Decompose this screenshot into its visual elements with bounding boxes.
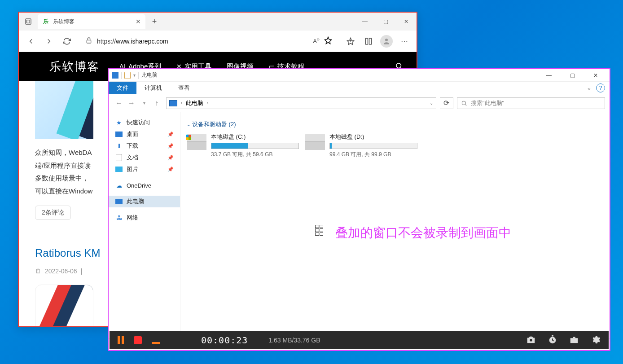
- browser-tab[interactable]: 乐 乐软博客 ✕: [38, 14, 145, 29]
- sidebar-network[interactable]: 🖧网络: [109, 212, 180, 224]
- collections-icon[interactable]: [361, 34, 376, 49]
- group-header[interactable]: ⌄设备和驱动器 (2): [187, 120, 603, 128]
- pin-icon: 📌: [167, 132, 174, 137]
- drive-label: 本地磁盘 (D:): [329, 133, 417, 141]
- search-box[interactable]: 搜索"此电脑": [457, 97, 605, 109]
- close-button[interactable]: ✕: [585, 70, 606, 81]
- favicon-icon: 乐: [42, 18, 49, 25]
- close-tab-icon[interactable]: ✕: [136, 18, 141, 25]
- minimize-recorder-button[interactable]: [152, 342, 160, 344]
- pause-button[interactable]: [118, 336, 124, 344]
- menu-button[interactable]: ⋯: [397, 34, 412, 49]
- article-thumbnail[interactable]: [35, 81, 93, 139]
- minimize-button[interactable]: —: [355, 14, 375, 29]
- svg-rect-14: [573, 337, 575, 338]
- ribbon-computer-tab[interactable]: 计算机: [136, 82, 170, 94]
- svg-rect-2: [87, 40, 91, 43]
- path-dropdown-icon[interactable]: ⌄: [430, 101, 433, 105]
- sidebar: ★快速访问 桌面📌 ⬇下载📌 文档📌 图片📌 ☁OneDrive 此电脑 🖧网络: [109, 112, 180, 338]
- url-text: https://www.isharepc.com: [97, 38, 168, 45]
- drive-icon: [187, 134, 206, 150]
- maximize-button[interactable]: ▢: [562, 70, 583, 81]
- new-tab-button[interactable]: +: [148, 15, 161, 28]
- favorites-icon[interactable]: [324, 36, 332, 46]
- sidebar-pictures[interactable]: 图片📌: [109, 163, 180, 175]
- explorer-window: ▾ 此电脑 — ▢ ✕ 文件 计算机 查看 ⌄ ? ← → ▾ ↑ › 此电脑 …: [108, 68, 610, 351]
- screenshot-icon[interactable]: [526, 335, 536, 346]
- address-bar[interactable]: https://www.isharepc.com A»: [80, 34, 338, 49]
- drive-usage-bar: [329, 143, 417, 149]
- settings-icon[interactable]: [591, 335, 601, 346]
- drive-c[interactable]: 本地磁盘 (C:) 33.7 GB 可用, 共 59.6 GB: [187, 133, 299, 158]
- qat-dropdown-icon[interactable]: ▾: [133, 73, 136, 78]
- explorer-body: ★快速访问 桌面📌 ⬇下载📌 文档📌 图片📌 ☁OneDrive 此电脑 🖧网络…: [109, 112, 610, 338]
- svg-rect-13: [570, 338, 578, 343]
- comment-count-button[interactable]: 2条评论: [35, 206, 71, 220]
- svg-rect-1: [27, 20, 30, 23]
- sidebar-downloads[interactable]: ⬇下载📌: [109, 140, 180, 152]
- drive-usage-bar: [211, 143, 299, 149]
- path-box[interactable]: › 此电脑 › ⌄: [166, 97, 436, 109]
- article-thumbnail-2[interactable]: [35, 285, 93, 326]
- sidebar-this-pc[interactable]: 此电脑: [109, 196, 180, 207]
- path-segment[interactable]: 此电脑: [186, 99, 203, 107]
- close-button[interactable]: ✕: [396, 14, 417, 29]
- minimize-button[interactable]: —: [539, 70, 559, 81]
- site-info-icon[interactable]: [85, 37, 92, 46]
- ribbon-file-tab[interactable]: 文件: [109, 82, 136, 94]
- up-button[interactable]: ↑: [151, 97, 162, 109]
- svg-rect-6: [369, 38, 372, 44]
- sidebar-documents[interactable]: 文档📌: [109, 152, 180, 163]
- pc-icon: [169, 100, 177, 106]
- annotation-text: 叠加的窗口不会被录制到画面中: [335, 224, 511, 241]
- workspaces-icon[interactable]: [22, 15, 35, 28]
- sidebar-desktop[interactable]: 桌面📌: [109, 128, 180, 140]
- refresh-button[interactable]: [59, 34, 75, 49]
- reader-mode-icon[interactable]: A»: [313, 36, 320, 46]
- pin-icon: 📌: [167, 155, 174, 161]
- favorites-bar-icon[interactable]: [343, 34, 358, 49]
- drive-icon: [305, 134, 325, 150]
- recent-dropdown-icon[interactable]: ▾: [138, 97, 150, 109]
- help-icon[interactable]: ?: [596, 83, 605, 92]
- profile-button[interactable]: [379, 34, 394, 49]
- drive-label: 本地磁盘 (C:): [211, 133, 299, 141]
- svg-rect-12: [552, 335, 553, 336]
- timer-icon[interactable]: [548, 335, 557, 346]
- ribbon-view-tab[interactable]: 查看: [170, 82, 198, 94]
- forward-button[interactable]: [41, 34, 57, 49]
- stop-button[interactable]: [134, 336, 142, 344]
- svg-point-10: [530, 339, 532, 342]
- main-pane: ⌄设备和驱动器 (2) 本地磁盘 (C:) 33.7 GB 可用, 共 59.6…: [180, 112, 610, 338]
- drive-stats: 99.4 GB 可用, 共 99.9 GB: [329, 151, 417, 158]
- sidebar-onedrive[interactable]: ☁OneDrive: [109, 180, 180, 191]
- toolbox-icon[interactable]: [569, 335, 579, 346]
- back-button[interactable]: ←: [113, 97, 125, 109]
- ribbon-expand-icon[interactable]: ⌄: [587, 84, 592, 91]
- drive-d[interactable]: 本地磁盘 (D:) 99.4 GB 可用, 共 99.9 GB: [305, 133, 417, 158]
- search-placeholder: 搜索"此电脑": [471, 99, 504, 107]
- forward-button[interactable]: →: [126, 97, 137, 109]
- article-date: 2022-06-06: [45, 268, 77, 275]
- thispc-icon: [112, 72, 118, 79]
- recorder-bar: 00:00:23 1.63 MB/33.76 GB: [110, 331, 609, 349]
- tab-title: 乐软博客: [53, 18, 75, 26]
- sidebar-quick-access[interactable]: ★快速访问: [109, 117, 180, 128]
- annotation-marker-icon: [315, 225, 323, 236]
- window-controls: — ▢ ✕: [355, 14, 417, 29]
- back-button[interactable]: [23, 34, 39, 49]
- calendar-icon: 🗓: [35, 268, 41, 275]
- browser-toolbar: https://www.isharepc.com A» ⋯: [19, 31, 417, 52]
- svg-rect-5: [365, 38, 368, 44]
- recording-time: 00:00:23: [201, 335, 248, 346]
- svg-point-9: [462, 101, 465, 105]
- site-logo[interactable]: 乐软博客: [49, 59, 100, 75]
- svg-point-7: [385, 39, 388, 41]
- tab-strip: 乐 乐软博客 ✕ + — ▢ ✕: [19, 13, 417, 31]
- svg-point-8: [396, 63, 401, 68]
- maximize-button[interactable]: ▢: [375, 14, 396, 29]
- address-row: ← → ▾ ↑ › 此电脑 › ⌄ ⟳ 搜索"此电脑": [109, 94, 610, 112]
- drive-stats: 33.7 GB 可用, 共 59.6 GB: [211, 151, 299, 158]
- doc-icon: [124, 72, 131, 79]
- refresh-button[interactable]: ⟳: [440, 97, 453, 109]
